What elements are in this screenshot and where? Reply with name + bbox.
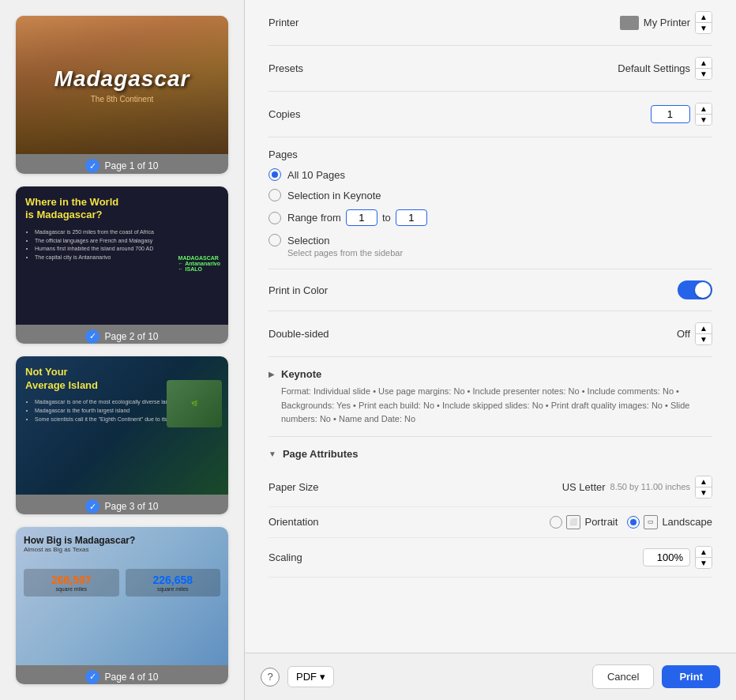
landscape-option[interactable]: ▭ Landscape (627, 515, 712, 529)
page-attributes-title: Page Attributes (283, 448, 359, 460)
print-color-label: Print in Color (268, 284, 395, 296)
slide-thumbnail-3: Not YourAverage Island Madagascar is one… (16, 356, 228, 495)
double-sided-row: Double-sided Off ▲ ▼ (268, 311, 712, 357)
presets-down-arrow[interactable]: ▼ (696, 69, 712, 79)
scaling-up[interactable]: ▲ (696, 547, 712, 558)
print-color-row: Print in Color (268, 269, 712, 311)
radio-circle-range[interactable] (268, 212, 281, 224)
check-icon-2: ✓ (85, 329, 100, 344)
slide-label-2: ✓ Page 2 of 10 (16, 325, 228, 344)
slide-item-2[interactable]: Where in the Worldis Madagascar? Madagas… (16, 186, 228, 344)
landscape-label: Landscape (662, 516, 712, 528)
presets-stepper[interactable]: ▲ ▼ (695, 57, 712, 80)
presets-value: Default Settings (618, 62, 690, 74)
selection-group: Selection Select pages from the sidebar (268, 234, 712, 258)
radio-selection-keynote[interactable]: Selection in Keynote (268, 189, 712, 201)
printer-row: Printer My Printer ▲ ▼ (268, 0, 712, 46)
cancel-button[interactable]: Cancel (592, 664, 654, 689)
slide-thumbnail-4: How Big is Madagascar? Almost as Big as … (16, 527, 228, 665)
double-sided-stepper[interactable]: ▲ ▼ (695, 322, 712, 345)
orientation-options-group: ⬜ Portrait ▭ Landscape (550, 515, 712, 529)
pages-section: Pages All 10 Pages Selection in Keynote … (268, 137, 712, 269)
pdf-chevron-icon: ▾ (320, 671, 325, 683)
slide-label-3: ✓ Page 3 of 10 (16, 495, 228, 514)
keynote-section-header[interactable]: ▶ Keynote (268, 357, 712, 385)
range-from-input[interactable] (346, 209, 377, 226)
print-button[interactable]: Print (662, 665, 720, 688)
radio-circle-selection-keynote[interactable] (268, 189, 281, 201)
slide-panel: Madagascar The 8th Continent ✓ Page 1 of… (0, 0, 245, 700)
portrait-label: Portrait (584, 516, 618, 528)
double-sided-down-arrow[interactable]: ▼ (696, 334, 712, 344)
slide-item-1[interactable]: Madagascar The 8th Continent ✓ Page 1 of… (16, 16, 228, 174)
keynote-chevron: ▶ (268, 370, 275, 378)
radio-all-pages[interactable]: All 10 Pages (268, 168, 712, 181)
landscape-radio[interactable] (627, 516, 640, 529)
printer-name: My Printer (644, 17, 690, 28)
presets-up-arrow[interactable]: ▲ (696, 58, 712, 69)
check-icon-1: ✓ (85, 159, 100, 173)
toggle-knob (695, 282, 711, 298)
pdf-dropdown[interactable]: PDF ▾ (287, 666, 334, 687)
printer-icon (620, 16, 639, 30)
presets-label: Presets (268, 62, 395, 74)
printer-down-arrow[interactable]: ▼ (696, 23, 712, 33)
help-button[interactable]: ? (261, 668, 280, 687)
slide-item-3[interactable]: Not YourAverage Island Madagascar is one… (16, 356, 228, 514)
paper-size-stepper[interactable]: ▲ ▼ (695, 476, 712, 499)
copies-stepper[interactable]: ▲ ▼ (695, 103, 712, 126)
pages-label: Pages (268, 149, 712, 160)
page-attributes-section: ▼ Page Attributes Paper Size US Letter 8… (268, 437, 712, 578)
paper-size-value-group: US Letter 8.50 by 11.00 inches ▲ ▼ (395, 476, 712, 499)
check-icon-4: ✓ (85, 670, 100, 684)
slide-item-4[interactable]: How Big is Madagascar? Almost as Big as … (16, 527, 228, 685)
scaling-down[interactable]: ▼ (696, 558, 712, 568)
double-sided-label: Double-sided (268, 328, 395, 340)
radio-selection[interactable]: Selection (268, 234, 712, 247)
portrait-option[interactable]: ⬜ Portrait (550, 515, 618, 529)
radio-circle-selection[interactable] (268, 234, 281, 247)
range-to-label: to (382, 212, 391, 224)
scaling-value-group: ▲ ▼ (395, 546, 712, 569)
copies-value-group: ▲ ▼ (395, 103, 712, 126)
printer-up-arrow[interactable]: ▲ (696, 12, 712, 23)
radio-range[interactable]: Range from to (268, 209, 712, 226)
paper-size-down[interactable]: ▼ (696, 487, 712, 498)
slide-label-4: ✓ Page 4 of 10 (16, 665, 228, 685)
copies-row: Copies ▲ ▼ (268, 92, 712, 137)
portrait-radio[interactable] (550, 516, 562, 529)
printer-stepper[interactable]: ▲ ▼ (695, 11, 712, 34)
orientation-row: Orientation ⬜ Portrait ▭ Landscape (268, 507, 712, 538)
range-to-input[interactable] (396, 209, 427, 226)
paper-size-up[interactable]: ▲ (696, 476, 712, 487)
pdf-label: PDF (296, 671, 317, 683)
page-attributes-header[interactable]: ▼ Page Attributes (268, 437, 712, 468)
copies-down-arrow[interactable]: ▼ (696, 115, 712, 125)
paper-size-label: Paper Size (268, 481, 395, 493)
keynote-section-title: Keynote (281, 368, 321, 380)
bottom-bar: ? PDF ▾ Cancel Print (245, 653, 736, 700)
settings-panel: Printer My Printer ▲ ▼ Presets Default S… (245, 0, 736, 653)
color-toggle[interactable] (678, 280, 712, 299)
print-color-toggle-group (395, 280, 712, 299)
scaling-row: Scaling ▲ ▼ (268, 538, 712, 578)
slide-label-1: ✓ Page 1 of 10 (16, 154, 228, 174)
print-dialog: Printer My Printer ▲ ▼ Presets Default S… (245, 0, 736, 700)
scaling-label: Scaling (268, 551, 395, 563)
range-from-label: Range from (287, 212, 341, 224)
printer-label: Printer (268, 17, 395, 28)
copies-up-arrow[interactable]: ▲ (696, 103, 712, 115)
radio-circle-all[interactable] (268, 168, 281, 181)
paper-size-value: US Letter (562, 481, 606, 493)
check-icon-3: ✓ (85, 499, 100, 514)
double-sided-up-arrow[interactable]: ▲ (696, 323, 712, 334)
scaling-stepper[interactable]: ▲ ▼ (695, 546, 712, 569)
printer-value-group: My Printer ▲ ▼ (395, 11, 712, 34)
copies-input[interactable] (651, 105, 690, 123)
scaling-input[interactable] (643, 548, 690, 566)
radio-all-label: All 10 Pages (287, 169, 345, 181)
double-sided-value-group: Off ▲ ▼ (395, 322, 712, 345)
presets-row: Presets Default Settings ▲ ▼ (268, 46, 712, 92)
page-attributes-chevron: ▼ (268, 450, 276, 458)
range-inputs: Range from to (287, 209, 427, 226)
